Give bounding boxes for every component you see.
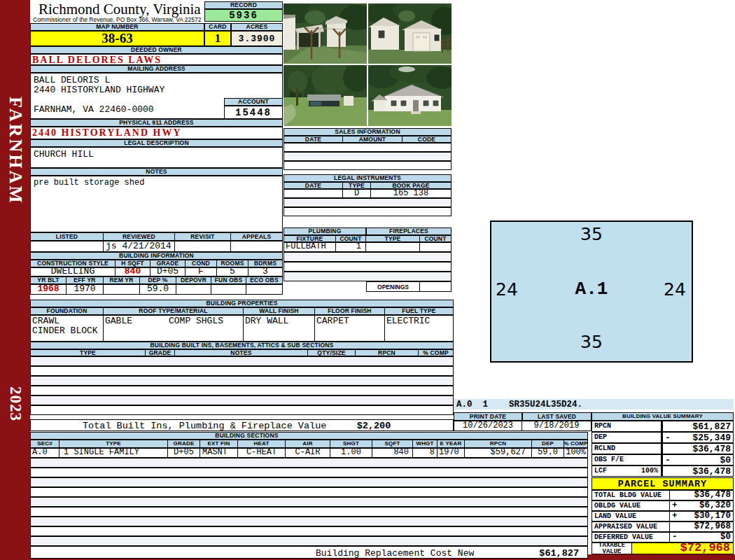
notes-value: pre built storage shed xyxy=(34,178,144,188)
bvs-row-dep: DEP -$25,349 xyxy=(592,432,734,443)
wall-finish-value: DRY WALL xyxy=(244,315,315,342)
building-sections-columns: SEC# TYPE GRADE EXT FIN HEAT AIR SHGT SQ… xyxy=(30,440,588,448)
foundation-material: CINDER BLOCK xyxy=(32,326,98,336)
sales-date-header: DATE xyxy=(284,136,343,143)
sec-shgt-header: SHGT xyxy=(330,440,372,448)
building-info-values-2: 1968 1970 59.0 xyxy=(30,284,283,295)
listed-value xyxy=(30,241,104,252)
sec-extfin-header: EXT FIN xyxy=(200,440,238,448)
sec-air-header: AIR xyxy=(286,440,330,448)
building-sections-header: BUILDING SECTIONS xyxy=(30,432,588,440)
fixture-count-header: COUNT xyxy=(336,235,366,242)
built-ins-empty-row xyxy=(30,405,454,415)
replacement-cost-row: Building Replacement Cost New $61,827 xyxy=(30,546,588,559)
grade-value: D+05 xyxy=(150,267,186,276)
plumbing-fireplaces-columns: FIXTURE COUNT TYPE COUNT xyxy=(284,235,451,242)
roof-type: GABLE xyxy=(105,316,132,326)
wall-finish-header: WALL FINISH xyxy=(244,307,315,315)
fixture-count-value: 1 xyxy=(336,242,366,252)
openings-row: OPENINGS xyxy=(366,281,451,292)
bdrms-value: 3 xyxy=(248,267,283,276)
sections-empty-row xyxy=(30,507,588,517)
parcel-appraised-value: $72,968 xyxy=(694,522,731,531)
year-label: 2023 xyxy=(6,386,24,421)
map-number-value: 38-63 xyxy=(30,31,204,46)
construction-style-value: DWELLING xyxy=(30,267,115,276)
physical-address-value: 2440 HISTORYLAND HWY xyxy=(30,127,283,139)
roof-value: GABLE COMP SHGLS xyxy=(104,315,244,342)
replacement-cost-value: $61,827 xyxy=(539,548,579,559)
legal-description-box: CHURCH HILL xyxy=(30,147,283,168)
sketch-dim-right: 24 xyxy=(664,279,686,300)
sales-empty-row xyxy=(284,143,451,152)
legal-instruments-empty-row xyxy=(284,198,451,207)
bi-qty-header: QTY/SIZE xyxy=(308,349,356,356)
record-header: RECORD xyxy=(204,1,283,9)
bvs-row-obs: OBS F/E -$0 xyxy=(592,454,734,465)
sections-empty-row xyxy=(30,517,588,526)
li-type-value: D xyxy=(343,189,371,198)
ecoobs-value xyxy=(246,284,283,295)
mailing-line-1: BALL DELORIS L xyxy=(34,75,110,85)
parcel-row-appraised: APPRAISED VALUE $72,968 xyxy=(592,522,734,532)
plumbing-empty-row xyxy=(284,272,451,281)
plumbing-empty-row xyxy=(284,252,451,262)
building-section-row: A.0 1 SINGLE FAMILY D+05 MASNT C-HEAT C-… xyxy=(30,448,588,458)
funobs-value xyxy=(211,284,246,295)
sections-empty-row xyxy=(30,497,588,507)
legal-description-header: LEGAL DESCRIPTION xyxy=(30,139,283,147)
legal-instruments-empty-row xyxy=(284,207,451,216)
bvs-obs-value: $0 xyxy=(720,456,731,465)
bvs-dep-value: $25,349 xyxy=(692,433,731,442)
yrblt-value: 1968 xyxy=(30,284,66,295)
sales-empty-row xyxy=(284,161,451,170)
yrblt-header: YR BLT xyxy=(30,276,66,284)
fixture-header: FIXTURE xyxy=(284,235,336,242)
mailing-line-3: FARNHAM, VA 22460-0000 xyxy=(34,104,154,115)
li-type-header: TYPE xyxy=(343,182,371,189)
sales-amount-header: AMOUNT xyxy=(343,136,402,143)
bvs-row-lcf: LCF100% $36,478 xyxy=(592,465,734,477)
account-value: 15448 xyxy=(224,106,283,119)
sec-heat-header: HEAT xyxy=(238,440,286,448)
building-properties-header: BUILDING PROPERTIES xyxy=(30,300,454,307)
built-ins-empty-row xyxy=(30,376,454,386)
construction-style-header: CONSTRUCTION STYLE xyxy=(30,260,115,267)
parcel-obldg-sign: + xyxy=(672,501,678,510)
district-label: FARNHAM xyxy=(5,97,26,205)
parcel-appraised-label: APPRAISED VALUE xyxy=(592,522,670,532)
reviewed-header: REVIEWED xyxy=(104,232,175,241)
parcel-deferred-sign: - xyxy=(672,533,678,542)
sections-empty-row xyxy=(30,526,588,536)
parcel-deferred-label: DEFERRED VALUE xyxy=(592,532,670,542)
built-ins-empty-row xyxy=(30,386,454,396)
parcel-obldg-label: OBLDG VALUE xyxy=(592,500,670,511)
effyr-value: 1970 xyxy=(66,284,104,295)
parcel-obldg-value: $6,320 xyxy=(699,501,731,510)
sec-type-value: 1 SINGLE FAMILY xyxy=(59,448,168,458)
photo-house xyxy=(368,65,451,126)
listed-header: LISTED xyxy=(30,232,104,241)
sections-empty-row xyxy=(30,458,588,468)
sketch-dim-top: 35 xyxy=(490,224,693,244)
fireplaces-header: FIREPLACES xyxy=(366,227,451,235)
sec-shgt-value: 1.00 xyxy=(330,448,372,458)
bvs-obs-sign: - xyxy=(665,456,671,465)
bvs-dep-label: DEP xyxy=(592,432,662,443)
bi-type-header: TYPE xyxy=(30,349,146,356)
sec-sqft-value: 840 xyxy=(372,448,413,458)
parcel-row-obldg: OBLDG VALUE +$6,320 xyxy=(592,500,734,511)
remyr-header: REM YR xyxy=(104,276,140,284)
reviewed-value: js 4/21/2014 xyxy=(104,241,175,252)
notes-box: pre built storage shed xyxy=(30,176,283,232)
total-built-ins-value: $2,200 xyxy=(339,421,409,431)
hsqft-value: 840 xyxy=(115,267,150,276)
bvs-lcf-label: LCF xyxy=(594,468,607,475)
sections-empty-row xyxy=(30,477,588,487)
parcel-row-total-bldg: TOTAL BLDG VALUE $36,478 xyxy=(592,490,734,500)
rooms-header: ROOMS xyxy=(217,260,248,267)
dep-pct-header: DEP % xyxy=(140,276,176,284)
review-value-row: js 4/21/2014 xyxy=(30,241,283,252)
floor-finish-header: FLOOR FINISH xyxy=(315,307,385,315)
sec-eyear-value: 1970 xyxy=(438,448,465,458)
